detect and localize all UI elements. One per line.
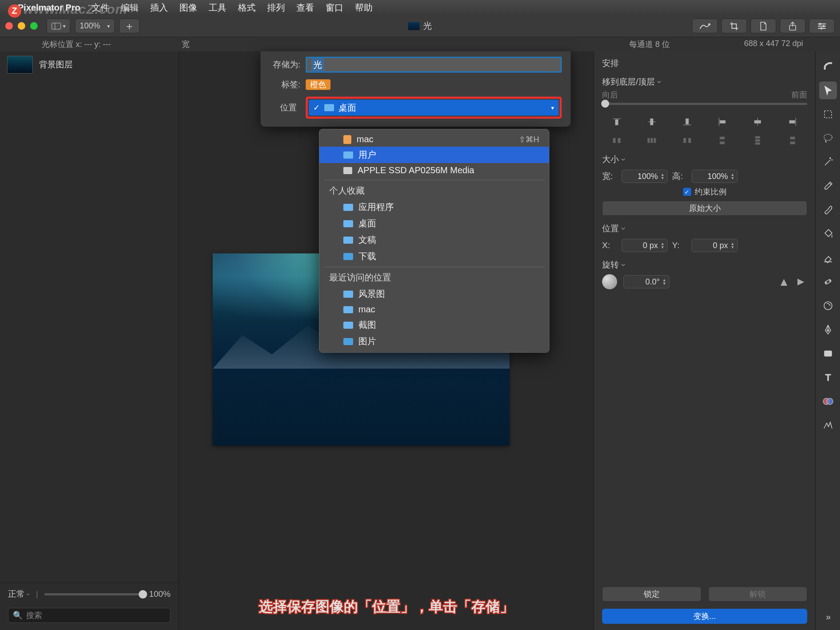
close-window-button[interactable] — [5, 22, 13, 30]
folder-icon — [343, 291, 353, 298]
distribute-h1[interactable] — [602, 134, 631, 147]
style-tool[interactable] — [819, 58, 837, 75]
shape-tool[interactable] — [819, 297, 837, 315]
location-dropdown[interactable]: ✓ 桌面 ▾ — [309, 100, 559, 116]
crop-button[interactable] — [721, 19, 747, 33]
height-stepper[interactable]: 100%▲▼ — [692, 170, 738, 183]
repair-tool[interactable] — [819, 273, 837, 291]
svg-rect-11 — [615, 120, 618, 125]
opacity-slider[interactable]: 100% — [44, 589, 171, 599]
distribute-h2[interactable] — [638, 134, 667, 147]
flip-horizontal-button[interactable]: ▲ — [778, 275, 790, 289]
dropdown-item-mac[interactable]: mac⇧⌘H — [319, 132, 549, 147]
marquee-tool[interactable] — [819, 105, 837, 123]
fill-tool[interactable] — [819, 225, 837, 243]
tag-value[interactable]: 橙色 — [306, 79, 331, 90]
transform-button[interactable]: 变换... — [602, 609, 807, 624]
add-button[interactable]: ＋ — [119, 19, 140, 33]
distribute-h3[interactable] — [673, 134, 702, 147]
layer-item[interactable]: 背景图层 — [0, 51, 179, 78]
width-stepper[interactable]: 100%▲▼ — [622, 170, 668, 183]
share-button[interactable] — [780, 19, 805, 33]
location-label: 位置 — [266, 102, 297, 113]
position-section-label[interactable]: 位置 — [602, 223, 807, 234]
document-title: 光 — [408, 20, 432, 32]
align-right[interactable] — [778, 116, 808, 128]
layer-search-input[interactable]: 🔍 搜索 — [8, 608, 171, 623]
rotate-section-label[interactable]: 旋转 — [602, 259, 807, 271]
move-layer-label[interactable]: 移到底层/顶层 — [602, 76, 807, 88]
effects-tool[interactable] — [819, 416, 837, 434]
dropdown-item-documents[interactable]: 文稿 — [319, 232, 549, 248]
arrange-tool[interactable] — [819, 82, 837, 99]
text-tool[interactable]: T — [819, 369, 837, 386]
opacity-value: 100% — [149, 589, 171, 599]
layer-order-slider[interactable] — [602, 103, 807, 105]
canvas-area[interactable]: 存储为: 光 标签: 橙色 位置 ✓ 桌面 ▾ — [179, 51, 594, 630]
sidebar-toggle-button[interactable]: ▾ — [47, 19, 70, 33]
menu-window[interactable]: 窗口 — [326, 2, 343, 14]
svg-rect-39 — [824, 279, 831, 284]
eyedropper-tool[interactable] — [819, 177, 837, 195]
svg-rect-17 — [720, 121, 725, 123]
distribute-v2[interactable] — [743, 134, 772, 147]
align-hcenter[interactable] — [743, 116, 772, 128]
dropdown-item-ssd[interactable]: APPLE SSD AP0256M Media — [319, 163, 549, 178]
color-adjust-button[interactable] — [692, 19, 718, 33]
more-tools-button[interactable]: » — [819, 608, 837, 626]
app-toolbar: ▾ 100%▾ ＋ 光 — [0, 15, 840, 37]
menu-help[interactable]: 帮助 — [355, 2, 373, 14]
distribute-v3[interactable] — [778, 134, 808, 147]
dropdown-item-applications[interactable]: 应用程序 — [319, 199, 549, 215]
align-bottom[interactable] — [673, 116, 702, 128]
pen-tool[interactable] — [819, 321, 837, 338]
original-size-button[interactable]: 原始大小 — [602, 201, 807, 216]
align-left[interactable] — [708, 116, 737, 128]
menu-arrange[interactable]: 排列 — [267, 2, 285, 14]
svg-point-41 — [829, 280, 830, 281]
dropdown-item-downloads[interactable]: 下载 — [319, 248, 549, 264]
unlock-button[interactable]: 解锁 — [708, 587, 808, 602]
dropdown-item-scenery[interactable]: 风景图 — [319, 286, 549, 302]
dropdown-item-mac-recent[interactable]: mac — [319, 302, 549, 317]
eraser-tool[interactable] — [819, 249, 837, 267]
constrain-checkbox-row[interactable]: ✓约束比例 — [602, 187, 807, 197]
menu-insert[interactable]: 插入 — [150, 2, 168, 14]
menu-view[interactable]: 查看 — [296, 2, 314, 14]
camera-icon — [343, 338, 353, 345]
magic-wand-tool[interactable] — [819, 153, 837, 171]
folder-icon — [343, 152, 353, 159]
zoom-window-button[interactable] — [30, 22, 38, 30]
save-as-input[interactable]: 光 — [306, 57, 562, 73]
minimize-window-button[interactable] — [18, 22, 25, 30]
rotation-stepper[interactable]: 0.0°▲▼ — [623, 275, 669, 288]
align-vcenter[interactable] — [638, 116, 667, 128]
distribute-v1[interactable] — [708, 134, 737, 147]
x-stepper[interactable]: 0 px▲▼ — [622, 239, 668, 252]
lasso-tool[interactable] — [819, 129, 837, 147]
width-indicator: 宽 — [182, 39, 587, 50]
zoom-dropdown[interactable]: 100%▾ — [75, 19, 115, 33]
dropdown-item-desktop[interactable]: 桌面 — [319, 215, 549, 232]
brush-tool[interactable] — [819, 201, 837, 219]
dropdown-item-pictures[interactable]: 图片 — [319, 333, 549, 350]
rotation-dial[interactable] — [602, 274, 617, 289]
menu-format[interactable]: 格式 — [238, 2, 256, 14]
dropdown-item-screenshots[interactable]: 截图 — [319, 317, 549, 333]
lock-button[interactable]: 锁定 — [602, 587, 701, 602]
menu-tools[interactable]: 工具 — [209, 2, 226, 14]
color-tool[interactable] — [819, 393, 837, 410]
menu-image[interactable]: 图像 — [179, 2, 197, 14]
location-highlight: ✓ 桌面 ▾ — [306, 97, 562, 119]
align-top[interactable] — [602, 116, 631, 128]
svg-point-9 — [821, 27, 823, 29]
blend-mode-dropdown[interactable]: 正常 — [8, 588, 30, 600]
dropdown-item-users[interactable]: 用户 — [319, 147, 549, 163]
dropdown-header-favorites: 个人收藏 — [319, 183, 549, 199]
size-section-label[interactable]: 大小 — [602, 154, 807, 165]
document-button[interactable] — [751, 19, 776, 33]
rectangle-tool[interactable] — [819, 345, 837, 362]
y-stepper[interactable]: 0 px▲▼ — [692, 239, 738, 252]
flip-vertical-button[interactable]: ▲ — [795, 276, 809, 288]
panel-toggle-button[interactable] — [809, 19, 835, 33]
